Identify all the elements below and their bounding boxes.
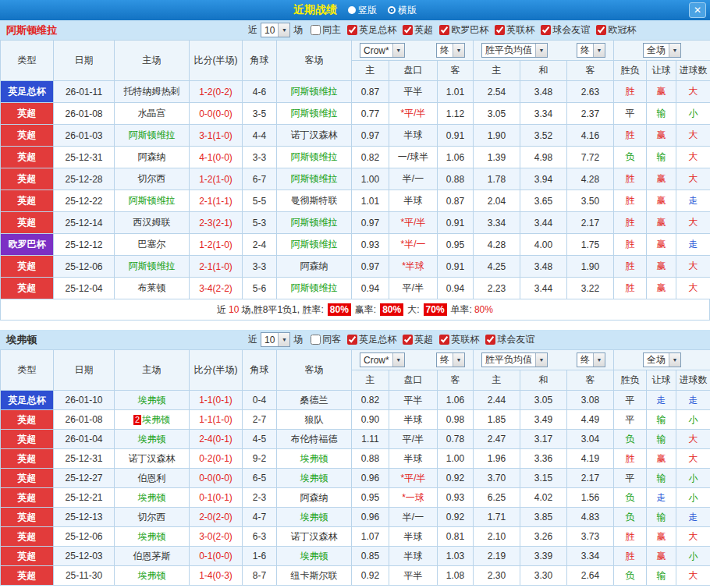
red-card-badge: 2	[133, 415, 141, 425]
wdl-average-select[interactable]: 胜平负均值 ▼	[481, 43, 548, 58]
league-filter-checkbox[interactable]: 英足总杯	[347, 23, 396, 37]
eu-away-odds-cell: 4.49	[567, 410, 614, 430]
ah-away-odds-cell: 0.92	[438, 469, 474, 488]
league-checkbox-input[interactable]	[541, 25, 551, 35]
ah-line-cell: 平/半	[389, 430, 438, 449]
league-checkbox-input[interactable]	[347, 335, 357, 345]
layout-radio-vertical[interactable]: 竖版	[348, 4, 377, 17]
ah-away-odds-cell: 0.88	[438, 168, 474, 190]
close-button[interactable]: ✕	[689, 2, 706, 18]
final-ah-select[interactable]: 终 ▼	[436, 43, 465, 58]
eu-away-odds-cell: 3.50	[567, 190, 614, 212]
league-checkbox-input[interactable]	[347, 25, 357, 35]
score-cell: 3-0(2-0)	[190, 527, 243, 547]
match-type-cell: 英超	[1, 566, 54, 586]
league-filter-checkbox[interactable]: 英超	[403, 23, 433, 37]
match-count-select[interactable]: 10 ▼	[261, 332, 290, 347]
chevron-down-icon: ▼	[535, 44, 547, 57]
ah-line-cell: *一球	[389, 488, 438, 508]
col-ah-away: 客	[438, 61, 474, 81]
col-result-wdl: 胜负	[614, 370, 647, 391]
ah-line-cell: 半球	[389, 125, 438, 147]
final-eu-select[interactable]: 终 ▼	[577, 352, 605, 367]
chevron-down-icon: ▼	[453, 44, 464, 57]
league-checkbox-input[interactable]	[495, 25, 505, 35]
eu-draw-odds-cell: 3.48	[520, 256, 567, 278]
scope-select[interactable]: 全场 ▼	[643, 352, 681, 367]
result-goals-cell: 小	[676, 488, 710, 508]
result-goals-cell: 大	[676, 430, 710, 449]
league-checkbox-input[interactable]	[439, 335, 449, 345]
col-result-handicap: 让球	[647, 370, 676, 391]
league-filter-checkbox[interactable]: 英联杯	[439, 333, 479, 346]
league-checkbox-input[interactable]	[596, 25, 606, 35]
league-filter-checkbox[interactable]: 英超	[403, 333, 433, 346]
away-team-cell: 诺丁汉森林	[277, 125, 352, 147]
ah-home-odds-cell: 0.77	[352, 103, 389, 125]
score-cell: 3-4(2-2)	[190, 278, 243, 299]
league-filter-checkbox[interactable]: 同主	[311, 23, 341, 37]
result-handicap-cell: 输	[647, 508, 676, 527]
scope-select[interactable]: 全场 ▼	[643, 43, 681, 58]
league-checkbox-input[interactable]	[311, 335, 321, 345]
league-checkbox-input[interactable]	[403, 25, 413, 35]
eu-draw-odds-cell: 3.05	[520, 391, 567, 410]
col-type: 类型	[1, 350, 54, 391]
ah-home-odds-cell: 0.88	[352, 449, 389, 469]
league-checkbox-input[interactable]	[485, 335, 495, 345]
match-type-cell: 英超	[1, 430, 54, 449]
match-count-select[interactable]: 10 ▼	[261, 23, 290, 37]
wdl-average-select[interactable]: 胜平负均值 ▼	[481, 352, 548, 367]
ah-home-odds-cell: 0.82	[352, 147, 389, 168]
league-checkbox-input[interactable]	[439, 25, 449, 35]
match-type-cell: 英超	[1, 547, 54, 566]
final-eu-select[interactable]: 终 ▼	[577, 43, 605, 58]
ah-away-odds-cell: 1.00	[438, 449, 474, 469]
win-rate-badge: 80%	[328, 303, 351, 316]
league-filter-checkbox[interactable]: 球会友谊	[485, 333, 534, 346]
match-date-cell: 26-01-08	[54, 410, 115, 430]
league-filter-checkbox[interactable]: 英联杯	[495, 23, 534, 37]
away-team-cell: 曼彻斯特联	[277, 190, 352, 212]
corner-cell: 1-6	[243, 547, 277, 566]
result-handicap-cell: 走	[647, 488, 676, 508]
league-filter-checkbox[interactable]: 英足总杯	[347, 333, 396, 346]
final-ah-select[interactable]: 终 ▼	[436, 352, 465, 367]
league-checkbox-input[interactable]	[311, 25, 321, 35]
league-filter-checkbox[interactable]: 球会友谊	[541, 23, 590, 37]
result-handicap-cell: 赢	[647, 125, 676, 147]
col-date: 日期	[54, 350, 115, 391]
league-filter-checkbox[interactable]: 欧冠杯	[596, 23, 636, 37]
league-filter-checkbox[interactable]: 欧罗巴杯	[439, 23, 488, 37]
villa-filter-bar: 阿斯顿维拉 近 10 ▼ 场 同主 英足总杯 英超	[0, 20, 710, 40]
ah-away-odds-cell: 0.94	[438, 278, 474, 299]
match-date-cell: 26-01-10	[54, 391, 115, 410]
league-checkbox-input[interactable]	[403, 335, 413, 345]
eu-home-odds-cell: 4.25	[474, 256, 520, 278]
away-team-cell: 阿斯顿维拉	[277, 103, 352, 125]
chevron-down-icon: ▼	[392, 44, 404, 57]
ah-away-odds-cell: 0.78	[438, 430, 474, 449]
games-label: 场	[293, 23, 303, 37]
score-cell: 1-1(1-0)	[190, 410, 243, 430]
bookmaker-select[interactable]: Crow* ▼	[360, 352, 405, 367]
bookmaker-select[interactable]: Crow* ▼	[360, 43, 405, 58]
home-team-cell: 伯恩茅斯	[115, 547, 190, 566]
ah-line-cell: 一/球半	[389, 147, 438, 168]
result-wdl-cell: 负	[614, 488, 647, 508]
match-row: 英超 26-01-08 2埃弗顿 1-1(1-0) 2-7 狼队 0.90 半球…	[1, 410, 710, 430]
result-goals-cell: 走	[676, 508, 710, 527]
match-row: 英超 26-01-08 水晶宫 0-0(0-0) 3-5 阿斯顿维拉 0.77 …	[1, 103, 710, 125]
match-date-cell: 25-11-30	[54, 566, 115, 586]
score-cell: 2-1(1-0)	[190, 256, 243, 278]
result-handicap-cell: 输	[647, 430, 676, 449]
result-handicap-cell: 赢	[647, 449, 676, 469]
col-result-handicap: 让球	[647, 61, 676, 81]
ah-away-odds-cell: 1.01	[438, 81, 474, 103]
score-cell: 0-1(0-0)	[190, 547, 243, 566]
layout-radio-horizontal[interactable]: 横版	[388, 4, 417, 17]
col-result-goals: 进球数	[676, 370, 710, 391]
result-wdl-cell: 胜	[614, 527, 647, 547]
ah-away-odds-cell: 0.87	[438, 190, 474, 212]
league-filter-checkbox[interactable]: 同客	[311, 333, 341, 346]
